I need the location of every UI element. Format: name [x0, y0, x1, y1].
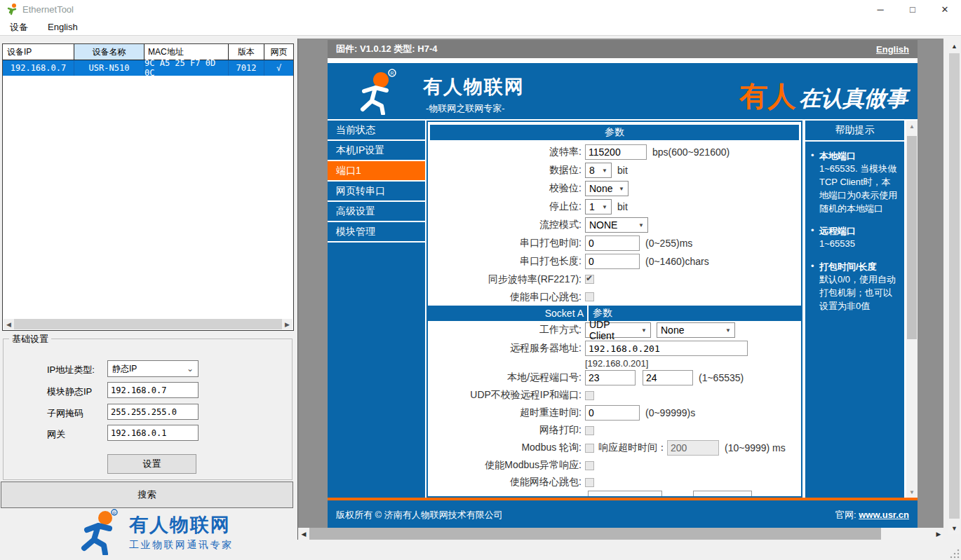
col-version[interactable]: 版本: [229, 44, 264, 60]
packtime-input[interactable]: [585, 235, 640, 251]
help-item: 远程端口 1~65535: [819, 225, 899, 251]
subnet-mask-field[interactable]: [107, 404, 199, 420]
baud-input[interactable]: [585, 144, 647, 160]
nav-current-status[interactable]: 当前状态: [328, 121, 425, 141]
udp-nocheck-checkbox[interactable]: [585, 391, 594, 400]
subnet-mask-label: 子网掩码: [47, 407, 83, 420]
vscroll-thumb[interactable]: [907, 136, 917, 339]
window-vscrollbar[interactable]: ▲ ▼: [948, 40, 960, 534]
nav-port1[interactable]: 端口1: [328, 161, 425, 182]
workmode-sub-select[interactable]: None▼: [657, 322, 735, 338]
modbus-checkbox[interactable]: [585, 444, 594, 453]
gateway-field[interactable]: [107, 425, 199, 441]
flow-select[interactable]: NONE▼: [585, 217, 648, 233]
title-bar: EthernetTool ─ □ ✕: [0, 0, 961, 19]
serial-heartbeat-checkbox[interactable]: [585, 292, 594, 301]
serial-heartbeat-row: 使能串口心跳包:: [428, 288, 801, 306]
menu-device[interactable]: 设备: [0, 21, 38, 34]
site-link-wrap: 官网: www.usr.cn: [835, 509, 909, 521]
udp-nocheck-row: UDP不校验远程IP和端口:: [428, 387, 801, 404]
row-device-ip: 192.168.0.7: [3, 60, 74, 76]
workmode-select[interactable]: UDP Client▼: [585, 322, 651, 338]
page-subtitle: -物联网之联网专家-: [426, 102, 505, 115]
brand-logo: R 有人物联网 工业物联网通讯专家: [77, 509, 234, 555]
reconnect-row: 超时重连时间: (0~99999)s: [428, 404, 801, 422]
modbus-exc-checkbox[interactable]: [585, 461, 594, 470]
ip-type-label: IP地址类型:: [47, 364, 95, 376]
scroll-right-icon[interactable]: ▶: [933, 528, 943, 540]
scroll-down-icon[interactable]: ▼: [906, 486, 918, 498]
ports-row: 本地/远程端口号: (1~65535): [428, 369, 801, 387]
maximize-button[interactable]: □: [896, 0, 929, 19]
page-vscrollbar[interactable]: ▲ ▼: [906, 121, 918, 498]
net-heartbeat-checkbox[interactable]: [585, 478, 594, 487]
port-settings-form: 参数 波特率: bps(600~921600) 数据位: 8▼ bit 校验位:…: [426, 121, 802, 498]
scroll-down-icon[interactable]: ▼: [948, 522, 960, 534]
english-link[interactable]: English: [876, 44, 909, 55]
website-link[interactable]: www.usr.cn: [859, 510, 909, 520]
help-title: 帮助提示: [805, 121, 904, 142]
col-mac[interactable]: MAC地址: [145, 44, 229, 60]
col-device-ip[interactable]: 设备IP: [3, 44, 74, 60]
resize-grip[interactable]: [949, 548, 960, 559]
col-device-name[interactable]: 设备名称: [74, 44, 145, 60]
static-ip-field[interactable]: [107, 382, 199, 398]
vscroll-thumb[interactable]: [949, 53, 960, 519]
slogan-tail: 在认真做事: [799, 86, 908, 111]
search-button[interactable]: 搜索: [1, 482, 293, 508]
nav-advanced[interactable]: 高级设置: [328, 202, 425, 222]
scroll-up-icon[interactable]: ▲: [906, 121, 918, 132]
ip-type-select[interactable]: 静态IP ⌄: [107, 360, 199, 377]
section-params: 参数: [430, 125, 799, 140]
nav-local-ip[interactable]: 本机IP设置: [328, 141, 425, 161]
nav-module-mgmt[interactable]: 模块管理: [328, 222, 425, 243]
packlen-input[interactable]: [585, 254, 640, 269]
row-mac: 9C A5 25 F7 0D 0C: [145, 60, 229, 76]
firmware-info: 固件: V1.0.12 类型: H7-4: [336, 43, 438, 55]
scroll-right-icon[interactable]: ▶: [282, 319, 293, 329]
row-device-name: USR-N510: [74, 60, 145, 76]
remote-addr-resolved-row: [192.168.0.201]: [428, 357, 801, 369]
device-list: 设备IP 设备名称 MAC地址 版本 网页 192.168.0.7 USR-N5…: [2, 43, 294, 331]
col-web[interactable]: 网页: [264, 44, 293, 60]
stopbits-select[interactable]: 1▼: [585, 199, 612, 214]
app-icon: [6, 3, 19, 15]
page-header: R 有人物联网 -物联网之联网专家- 有人 在认真做事: [328, 63, 918, 119]
menu-english[interactable]: English: [38, 22, 88, 32]
modbus-row: Modbus 轮询: 响应超时时间： (10~9999) ms: [428, 439, 801, 457]
minimize-button[interactable]: ─: [864, 0, 896, 19]
set-button[interactable]: 设置: [107, 454, 196, 474]
scroll-left-icon[interactable]: ◀: [4, 319, 14, 329]
scroll-up-icon[interactable]: ▲: [948, 40, 960, 52]
browser-hscrollbar[interactable]: ◀ ▶: [298, 528, 943, 540]
help-panel: 帮助提示 本地端口 1~65535. 当模块做TCP Client时，本地端口为…: [805, 121, 904, 498]
select-arrow-icon: ▼: [602, 204, 607, 210]
table-row[interactable]: 192.168.0.7 USR-N510 9C A5 25 F7 0D 0C 7…: [3, 60, 293, 76]
hscroll-thumb[interactable]: [14, 319, 282, 329]
remote-addr-input[interactable]: [585, 341, 748, 356]
select-arrow-icon: ▼: [641, 327, 647, 334]
remote-port-input[interactable]: [643, 370, 693, 385]
usr-person-icon: R: [77, 509, 122, 555]
firmware-topbar: 固件: V1.0.12 类型: H7-4 English: [328, 40, 918, 58]
syncbaud-checkbox[interactable]: [585, 275, 594, 284]
select-arrow-icon: ▼: [602, 168, 607, 174]
stopbits-row: 停止位: 1▼ bit: [428, 198, 801, 216]
close-button[interactable]: ✕: [929, 0, 961, 19]
netprint-checkbox[interactable]: [585, 426, 594, 435]
hscroll-thumb[interactable]: [309, 528, 881, 540]
row-web-check: √: [264, 60, 293, 76]
reconnect-input[interactable]: [585, 405, 640, 421]
syncbaud-row: 同步波特率(RF2217):: [428, 271, 801, 288]
select-arrow-icon: ▼: [638, 222, 644, 228]
databits-select[interactable]: 8▼: [585, 163, 612, 178]
scroll-left-icon[interactable]: ◀: [298, 528, 309, 540]
local-port-input[interactable]: [585, 370, 636, 385]
device-list-hscrollbar[interactable]: ◀ ▶: [4, 319, 293, 329]
resolved-address: [192.168.0.201]: [585, 358, 648, 369]
flow-row: 流控模式: NONE▼: [428, 216, 801, 234]
parity-select[interactable]: None▼: [585, 181, 629, 196]
page-title: 有人物联网: [423, 74, 525, 100]
databits-row: 数据位: 8▼ bit: [428, 161, 801, 179]
nav-web-to-serial[interactable]: 网页转串口: [328, 182, 425, 202]
